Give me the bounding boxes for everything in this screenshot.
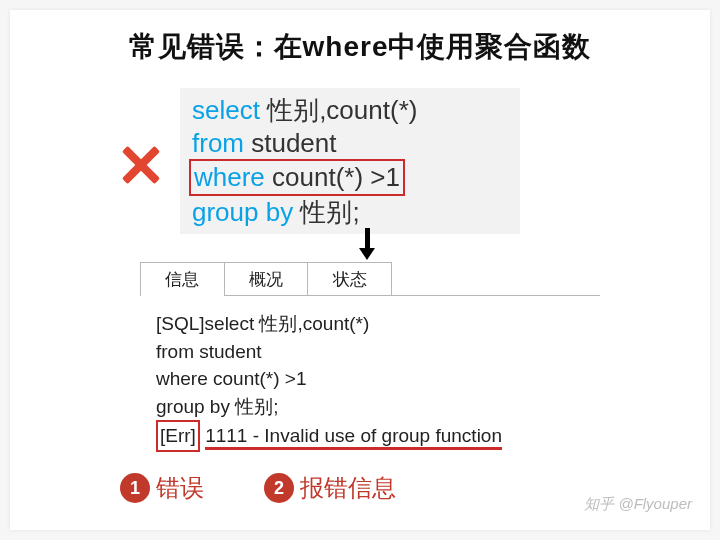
legend-item-1: 1 错误 bbox=[120, 472, 204, 504]
msg-line: from student bbox=[156, 338, 590, 366]
message-pane: [SQL]select 性别,count(*) from student whe… bbox=[140, 295, 600, 458]
msg-line: group by 性别; bbox=[156, 393, 590, 421]
keyword-select: select bbox=[192, 95, 260, 125]
number-badge: 2 bbox=[264, 473, 294, 503]
tab-info[interactable]: 信息 bbox=[140, 263, 224, 295]
code-text: 性别,count(*) bbox=[260, 95, 418, 125]
legend: 1 错误 2 报错信息 bbox=[120, 472, 396, 504]
code-text: student bbox=[244, 128, 337, 158]
legend-label: 报错信息 bbox=[300, 472, 396, 504]
keyword-where: where bbox=[194, 162, 265, 192]
msg-line: where count(*) >1 bbox=[156, 365, 590, 393]
sql-code-block: select 性别,count(*) from student where co… bbox=[180, 88, 520, 234]
tab-profile[interactable]: 概况 bbox=[224, 263, 308, 295]
error-tag: [Err] bbox=[156, 420, 200, 452]
number-badge: 1 bbox=[120, 473, 150, 503]
msg-error-line: [Err] 1111 - Invalid use of group functi… bbox=[156, 420, 590, 452]
code-line: from student bbox=[192, 127, 508, 160]
keyword-groupby: group by bbox=[192, 197, 293, 227]
result-panel: 信息 概况 状态 [SQL]select 性别,count(*) from st… bbox=[140, 262, 600, 458]
code-text: count(*) >1 bbox=[265, 162, 400, 192]
tab-status[interactable]: 状态 bbox=[307, 263, 391, 295]
msg-line: [SQL]select 性别,count(*) bbox=[156, 310, 590, 338]
slide: 常见错误：在where中使用聚合函数 select 性别,count(*) fr… bbox=[10, 10, 710, 530]
tab-bar: 信息 概况 状态 bbox=[140, 262, 392, 296]
keyword-from: from bbox=[192, 128, 244, 158]
error-message: 1111 - Invalid use of group function bbox=[205, 425, 502, 450]
page-title: 常见错误：在where中使用聚合函数 bbox=[10, 10, 710, 66]
watermark: 知乎 @Flyouper bbox=[584, 495, 692, 514]
code-text: 性别; bbox=[293, 197, 359, 227]
legend-label: 错误 bbox=[156, 472, 204, 504]
code-line: select 性别,count(*) bbox=[192, 94, 508, 127]
arrow-down-icon bbox=[360, 228, 374, 260]
error-highlight-line: where count(*) >1 bbox=[189, 159, 405, 196]
cross-icon bbox=[115, 140, 165, 190]
legend-item-2: 2 报错信息 bbox=[264, 472, 396, 504]
code-line: group by 性别; bbox=[192, 196, 508, 229]
